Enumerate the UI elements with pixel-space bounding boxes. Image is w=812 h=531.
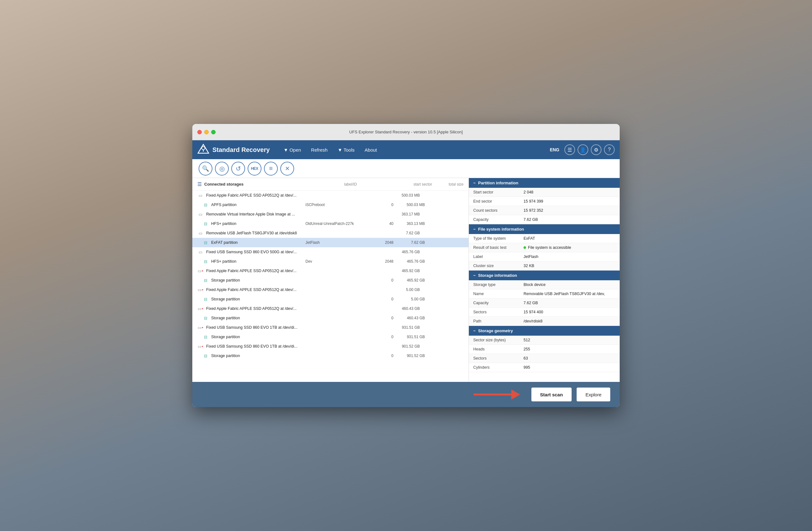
info-row: Cluster size32 KB bbox=[469, 262, 620, 270]
minimize-window-button[interactable] bbox=[204, 130, 209, 134]
storage-item-disk5[interactable]: ▭●Fixed Apple Fabric APPLE SSD AP0512Q a… bbox=[192, 266, 468, 276]
storage-item-disk4[interactable]: ▭Fixed USB Samsung SSD 860 EVO 500G at /… bbox=[192, 247, 468, 257]
col-total-header: total size bbox=[432, 182, 464, 186]
info-row-key: Sectors bbox=[473, 310, 523, 314]
storage-item-disk9[interactable]: ▭●Fixed USB Samsung SSD 860 EVO 1TB at /… bbox=[192, 341, 468, 351]
info-row-value: 255 bbox=[523, 347, 615, 351]
storage-item-name: Storage partition bbox=[211, 297, 305, 302]
storage-item-icon: ▭● bbox=[197, 325, 204, 330]
storage-item-start: 0 bbox=[356, 297, 393, 302]
info-row-key: Heads bbox=[473, 347, 523, 351]
storage-item-icon: ▭ bbox=[197, 193, 204, 198]
storage-item-disk3p1[interactable]: ⊟ExFAT partitionJetFlash20487.62 GB bbox=[192, 238, 468, 247]
storage-panel: ☰ Connected storages label/ID start sect… bbox=[192, 178, 469, 382]
section-toggle-icon: − bbox=[473, 227, 476, 232]
storage-item-icon: ⊟ bbox=[202, 221, 209, 226]
info-section-header-filesystem_info[interactable]: −File system information bbox=[469, 224, 620, 234]
section-toggle-icon: − bbox=[473, 329, 476, 333]
nav-about[interactable]: About bbox=[360, 145, 381, 154]
storage-item-disk8p1[interactable]: ⊟Storage partition0931.51 GB bbox=[192, 332, 468, 341]
storage-item-start: 2048 bbox=[356, 240, 393, 245]
info-row: Path/dev/rdisk8 bbox=[469, 317, 620, 326]
info-row-value: 15 974 400 bbox=[523, 310, 615, 314]
help-button[interactable]: ? bbox=[604, 144, 615, 155]
storage-item-size: 465.92 GB bbox=[388, 269, 420, 273]
info-row-value: 32 KB bbox=[523, 264, 615, 268]
list-view-button[interactable]: ☰ bbox=[564, 144, 575, 155]
info-section-header-partition_info[interactable]: −Partition information bbox=[469, 178, 620, 188]
storage-item-label: iSCPreboot bbox=[305, 202, 356, 207]
storage-item-name: APFS partition bbox=[211, 202, 305, 207]
hex-icon: HEX bbox=[251, 166, 258, 171]
section-title: Storage geometry bbox=[478, 329, 513, 333]
info-section-header-storage_geometry[interactable]: −Storage geometry bbox=[469, 326, 620, 336]
info-row-value: 7.62 GB bbox=[523, 301, 615, 305]
maximize-window-button[interactable] bbox=[211, 130, 216, 134]
storage-item-icon: ▭● bbox=[197, 306, 204, 311]
close-icon: ✕ bbox=[285, 165, 290, 172]
start-scan-button[interactable]: Start scan bbox=[532, 388, 572, 401]
language-selector[interactable]: ENG bbox=[550, 147, 559, 152]
info-row: Sector size (bytes)512 bbox=[469, 336, 620, 345]
storage-item-disk4p1[interactable]: ⊟HFS+ partitionDev2048465.76 GB bbox=[192, 257, 468, 266]
info-row: Sectors63 bbox=[469, 354, 620, 363]
storage-item-icon: ▭ bbox=[197, 212, 204, 217]
storage-item-icon: ⊟ bbox=[202, 334, 209, 339]
info-row: Capacity7.62 GB bbox=[469, 298, 620, 308]
info-row-value: 2 048 bbox=[523, 190, 615, 194]
section-toggle-icon: − bbox=[473, 273, 476, 278]
storage-item-start: 0 bbox=[356, 335, 393, 339]
sync-tool-button[interactable]: ↺ bbox=[231, 162, 245, 176]
storage-item-disk7p1[interactable]: ⊟Storage partition0460.43 GB bbox=[192, 313, 468, 323]
info-row-key: Path bbox=[473, 319, 523, 323]
explore-button[interactable]: Explore bbox=[577, 388, 610, 401]
storage-item-size: 460.43 GB bbox=[388, 306, 420, 311]
list-tool-button[interactable]: ≡ bbox=[264, 162, 278, 176]
storage-item-size: 465.76 GB bbox=[393, 259, 425, 264]
nav-open[interactable]: ▼ Open bbox=[279, 145, 305, 154]
close-window-button[interactable] bbox=[197, 130, 202, 134]
hex-tool-button[interactable]: HEX bbox=[248, 162, 261, 176]
storage-item-disk1p1[interactable]: ⊟APFS partitioniSCPreboot0500.03 MB bbox=[192, 200, 468, 210]
storage-item-disk8[interactable]: ▭●Fixed USB Samsung SSD 860 EVO 1TB at /… bbox=[192, 323, 468, 332]
storage-item-icon: ▭ bbox=[197, 230, 204, 236]
info-section-header-storage_info[interactable]: −Storage information bbox=[469, 270, 620, 280]
info-row-value: Removable USB JetFlash TS8GJFV30 at /dev… bbox=[523, 292, 615, 296]
info-row: End sector15 974 399 bbox=[469, 197, 620, 206]
storage-item-size: 460.43 GB bbox=[393, 316, 425, 320]
storage-item-name: ExFAT partition bbox=[211, 240, 305, 245]
start-scan-arrow bbox=[474, 389, 520, 400]
navbar-right: ENG ☰ 👤 ⚙ ? bbox=[550, 144, 615, 155]
storage-item-disk1[interactable]: ▭Fixed Apple Fabric APPLE SSD AP0512Q at… bbox=[192, 191, 468, 200]
nav-refresh[interactable]: Refresh bbox=[307, 145, 332, 154]
svg-point-1 bbox=[202, 146, 205, 150]
storage-item-disk2[interactable]: ▭Removable Virtual Interface Apple Disk … bbox=[192, 210, 468, 219]
section-title: Partition information bbox=[478, 181, 519, 185]
info-row: Result of basic testFile system is acces… bbox=[469, 243, 620, 252]
storage-item-size: 363.13 MB bbox=[393, 222, 425, 226]
settings-button[interactable]: ⚙ bbox=[591, 144, 601, 155]
search-tool-button[interactable]: 🔍 bbox=[199, 162, 213, 176]
storage-item-disk3[interactable]: ▭Removable USB JetFlash TS8GJFV30 at /de… bbox=[192, 228, 468, 238]
info-row-value: 15 972 352 bbox=[523, 208, 615, 213]
storage-item-disk2p1[interactable]: ⊟HFS+ partitionOldUnreal-UnrealPatch-227… bbox=[192, 219, 468, 228]
storage-item-disk5p1[interactable]: ⊟Storage partition0465.92 GB bbox=[192, 276, 468, 285]
storage-item-disk9p1[interactable]: ⊟Storage partition0901.52 GB bbox=[192, 351, 468, 361]
info-sections-container: −Partition informationStart sector2 048E… bbox=[469, 178, 620, 372]
storage-item-disk7[interactable]: ▭●Fixed Apple Fabric APPLE SSD AP0512Q a… bbox=[192, 304, 468, 313]
storage-item-name: Removable USB JetFlash TS8GJFV30 at /dev… bbox=[206, 231, 301, 235]
section-title: File system information bbox=[478, 227, 524, 232]
storage-item-size: 7.62 GB bbox=[388, 231, 420, 235]
storage-item-name: Removable Virtual Interface Apple Disk I… bbox=[206, 212, 301, 216]
traffic-lights bbox=[197, 130, 216, 134]
storage-item-name: Fixed Apple Fabric APPLE SSD AP0512Q at … bbox=[206, 306, 301, 311]
close-tool-button[interactable]: ✕ bbox=[280, 162, 294, 176]
nav-tools[interactable]: ▼ Tools bbox=[333, 145, 359, 154]
info-row-key: Cluster size bbox=[473, 264, 523, 268]
storage-item-disk6p1[interactable]: ⊟Storage partition05.00 GB bbox=[192, 294, 468, 304]
target-tool-button[interactable]: ◎ bbox=[215, 162, 229, 176]
info-row: Heads255 bbox=[469, 345, 620, 354]
storage-item-name: Fixed Apple Fabric APPLE SSD AP0512Q at … bbox=[206, 193, 301, 198]
user-account-button[interactable]: 👤 bbox=[578, 144, 588, 155]
storage-item-disk6[interactable]: ▭●Fixed Apple Fabric APPLE SSD AP0512Q a… bbox=[192, 285, 468, 294]
